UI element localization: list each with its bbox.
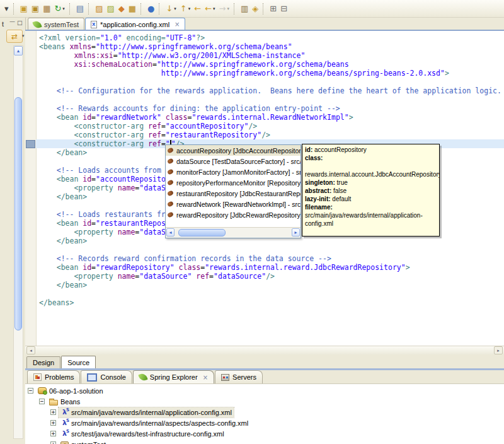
scroll-up-icon[interactable]: ▴ xyxy=(14,46,23,56)
code-line[interactable] xyxy=(39,95,504,104)
expand-toggle-icon[interactable]: + xyxy=(50,431,56,436)
link-with-editor-button[interactable]: ⇄ xyxy=(6,30,23,43)
editor-mode-tab-design[interactable]: Design xyxy=(26,356,60,368)
view-tab-console[interactable]: Console xyxy=(81,370,132,383)
completion-item[interactable]: repositoryPerformanceMonitor [Repository… xyxy=(166,177,301,188)
code-line[interactable]: </bean> xyxy=(39,281,504,289)
completion-item[interactable]: restaurantRepository [JdbcRestaurantRepo… xyxy=(166,188,301,199)
tree-item[interactable]: +src/main/java/rewards/internal/applicat… xyxy=(25,407,504,418)
last-edit-location-button[interactable]: ▥ xyxy=(239,2,250,16)
code-line[interactable]: <bean id="rewardNetwork" class="rewards.… xyxy=(39,113,504,122)
code-line[interactable]: <constructor-arg ref="accountRepository"… xyxy=(39,122,504,131)
code-line[interactable] xyxy=(39,289,504,298)
scroll-left-icon[interactable]: ◂ xyxy=(166,228,175,237)
editor-tab-application-config-xml[interactable]: *application-config.xml× xyxy=(85,18,185,30)
partial-view-tab[interactable]: t xyxy=(2,20,4,28)
close-icon[interactable]: × xyxy=(175,21,180,28)
tab-label: Console xyxy=(100,373,125,381)
run-button[interactable]: ↻▾ xyxy=(52,2,66,16)
open-file-button[interactable]: ▨ xyxy=(105,2,116,16)
completion-item[interactable]: rewardRepository [JdbcRewardRepository] … xyxy=(166,209,301,220)
field-label: singleton: xyxy=(305,179,335,186)
toolbar-separator xyxy=(88,3,91,15)
completion-item[interactable]: rewardNetwork [RewardNetworkImpl] - src/… xyxy=(166,199,301,209)
expand-toggle-icon[interactable]: + xyxy=(50,441,56,444)
tree-item-label: systemTest xyxy=(71,441,106,444)
collapsed-explorer-strip: t — □ ⇄ ▾ ▴ xyxy=(0,18,26,444)
scrollbar-thumb[interactable] xyxy=(178,229,226,237)
export-button[interactable]: ↑▾ xyxy=(178,2,192,16)
tree-item[interactable]: −Beans xyxy=(25,396,504,407)
open-type-button[interactable]: ▤ xyxy=(74,2,86,16)
completion-item[interactable]: accountRepository [JdbcAccountRepository… xyxy=(166,145,301,156)
minimize-icon[interactable]: — xyxy=(9,18,15,25)
scroll-right-icon[interactable]: ▸ xyxy=(292,228,300,237)
explorer-vertical-scrollbar[interactable]: ▴ xyxy=(13,45,23,439)
tree-item[interactable]: +src/main/java/rewards/internal/aspects/… xyxy=(25,418,504,428)
forward-button[interactable]: →▾ xyxy=(217,2,231,16)
scroll-left-icon[interactable]: ◂ xyxy=(26,346,35,354)
code-line[interactable]: <?xml version="1.0" encoding="UTF-8"?> xyxy=(39,33,504,42)
code-line[interactable]: <bean id="rewardRepository" class="rewar… xyxy=(39,263,504,272)
import-button[interactable]: ↓▾ xyxy=(164,2,178,16)
collapse-toggle-icon[interactable]: − xyxy=(39,399,45,404)
code-line[interactable]: <property name="dataSource" ref="dataSou… xyxy=(39,272,504,281)
dropdown-chevron-icon[interactable]: ▾ xyxy=(62,6,65,11)
eclipse-window: ▾▣▣▦↻▾▤▨▨◆■●↓▾↑▾←←▾→▾▥◈⊞⊟ t — □ ⇄ ▾ ▴ sy… xyxy=(0,0,504,444)
scroll-right-icon[interactable]: ▸ xyxy=(494,346,503,354)
code-line[interactable]: xmlns:xsi="http://www.w3.org/2001/XMLSch… xyxy=(39,51,504,60)
view-tab-spring-explorer[interactable]: Spring Explorer× xyxy=(133,370,214,383)
tab-label: Servers xyxy=(232,373,256,381)
code-line[interactable] xyxy=(39,245,504,254)
web-browser-button[interactable]: ● xyxy=(146,2,156,16)
maximize-icon[interactable]: □ xyxy=(17,20,23,26)
collapse-all-button[interactable]: ⊟ xyxy=(278,2,289,16)
back-button[interactable]: ←▾ xyxy=(203,2,217,16)
field-label: id: xyxy=(305,146,312,153)
new-spring-bean-button[interactable]: ▣ xyxy=(30,2,41,16)
next-annotation-button[interactable]: ◈ xyxy=(250,2,260,16)
code-line[interactable]: <beans xmlns="http://www.springframework… xyxy=(39,42,504,51)
expand-toggle-icon[interactable]: + xyxy=(50,409,56,415)
code-line[interactable]: xsi:schemaLocation="http://www.springfra… xyxy=(39,60,504,69)
editor-tab-systemtest[interactable]: systemTest xyxy=(28,18,84,30)
expand-all-button[interactable]: ⊞ xyxy=(268,2,278,16)
scrollbar-thumb[interactable] xyxy=(14,97,22,330)
back-history-button[interactable]: ← xyxy=(192,2,203,16)
format-brush-button[interactable]: ◆ xyxy=(117,2,127,16)
completion-item[interactable]: monitorFactory [JamonMonitorFactory] - s… xyxy=(166,166,301,177)
overflow-menu-button[interactable]: ▾ xyxy=(3,2,11,16)
code-line[interactable]: <constructor-arg ref="restaurantReposito… xyxy=(39,131,504,139)
bean-icon xyxy=(167,179,174,185)
code-line[interactable]: </beans> xyxy=(39,298,504,307)
completion-item[interactable]: dataSource [TestDataSourceFactory] - src… xyxy=(166,156,301,166)
view-tab-problems[interactable]: Problems xyxy=(27,370,80,383)
code-line[interactable]: <!-- Configuration for the rewards appli… xyxy=(39,86,504,95)
expand-toggle-icon[interactable]: + xyxy=(50,420,56,426)
code-line[interactable]: http://www.springframework.org/schema/be… xyxy=(39,69,504,78)
tab-label: Spring Explorer xyxy=(150,373,198,381)
dropdown-chevron-icon[interactable]: ▾ xyxy=(227,6,229,11)
code-line[interactable] xyxy=(39,78,504,86)
servers-icon xyxy=(221,374,229,381)
code-line[interactable]: <!-- Rewards accounts for dining: the ap… xyxy=(39,104,504,113)
editor-mode-tab-source[interactable]: Source xyxy=(61,356,96,368)
code-line[interactable]: <!-- Records reward confirmation records… xyxy=(39,254,504,263)
view-tab-servers[interactable]: Servers xyxy=(215,370,263,383)
dropdown-chevron-icon[interactable]: ▾ xyxy=(188,6,191,11)
collapse-toggle-icon[interactable]: − xyxy=(28,388,33,394)
close-icon[interactable]: × xyxy=(203,374,208,381)
tree-item[interactable]: +src/test/java/rewards/test-infrastructu… xyxy=(25,428,504,439)
new-package-button[interactable]: ▦ xyxy=(41,2,52,16)
view-menu-chevron-icon[interactable]: ▾ xyxy=(22,33,25,38)
editor-horizontal-scrollbar[interactable]: ◂ ▸ xyxy=(25,346,504,354)
open-folder-button[interactable]: ■ xyxy=(127,2,138,16)
new-spring-project-button[interactable]: ▣ xyxy=(18,2,30,16)
open-resource-button[interactable]: ▨ xyxy=(93,2,105,16)
tree-item[interactable]: −06-aop-1-solution xyxy=(25,385,504,396)
dropdown-chevron-icon[interactable]: ▾ xyxy=(174,6,176,11)
content-assist-hscrollbar[interactable]: ◂ ▸ xyxy=(166,227,301,238)
tooltip-field: lazy-init: default xyxy=(305,195,437,203)
dropdown-chevron-icon[interactable]: ▾ xyxy=(213,6,215,11)
tree-item[interactable]: +systemTest xyxy=(25,439,504,444)
